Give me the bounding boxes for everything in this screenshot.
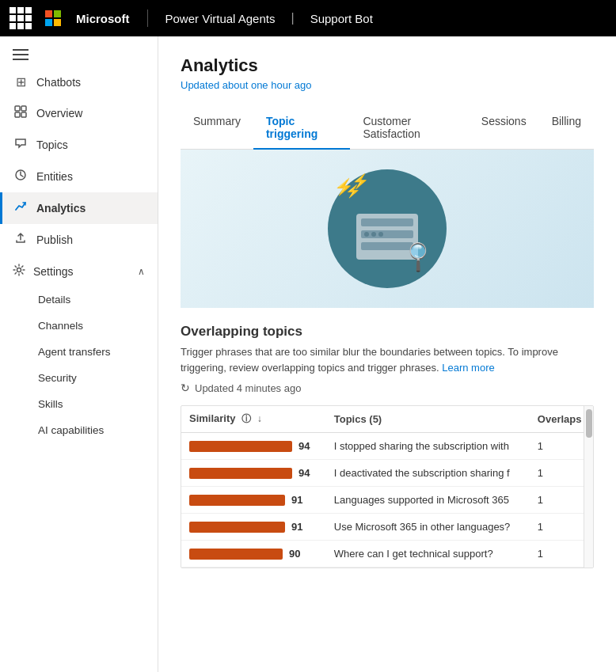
table-row[interactable]: 94 I stopped sharing the subscription wi…: [181, 433, 593, 460]
svg-rect-5: [21, 106, 26, 111]
cell-similarity-3: 91: [181, 514, 326, 541]
similarity-bar-2: [189, 495, 285, 506]
table-row[interactable]: 94 I deactivated the subscription sharin…: [181, 460, 593, 487]
analytics-tabs: Summary Topic triggering Customer Satisf…: [181, 107, 594, 150]
table-row[interactable]: 90 Where can I get technical support? 1: [181, 541, 593, 568]
sidebar-label-publish: Publish: [36, 233, 73, 246]
hero-illustration: ⚡ ⚡ ⚡ 🔍: [181, 150, 594, 308]
sidebar-item-settings[interactable]: Settings ∧: [0, 256, 158, 287]
publish-icon: [13, 232, 29, 248]
tab-summary[interactable]: Summary: [181, 107, 253, 150]
svg-rect-7: [21, 112, 26, 117]
cell-topic-1: I deactivated the subscription sharing f: [326, 460, 530, 487]
waffle-menu[interactable]: [10, 7, 32, 29]
sidebar-item-topics[interactable]: Topics: [0, 129, 158, 161]
settings-icon: [13, 264, 25, 279]
sidebar-label-topics: Topics: [36, 139, 68, 151]
similarity-value-3: 91: [291, 521, 302, 533]
sidebar-label-channels: Channels: [38, 320, 83, 332]
cell-topic-0: I stopped sharing the subscription with: [326, 433, 530, 460]
nav-divider: [147, 9, 148, 27]
sidebar-item-overview[interactable]: Overview: [0, 97, 158, 129]
app-layout: ⊞ Chatbots Overview Topics: [0, 36, 616, 672]
sidebar-label-chatbots: Chatbots: [36, 76, 81, 89]
tab-topic-triggering[interactable]: Topic triggering: [253, 107, 350, 150]
bot-name: Support Bot: [310, 12, 373, 25]
tab-sessions[interactable]: Sessions: [469, 107, 539, 150]
svg-rect-6: [15, 112, 20, 117]
page-subtitle: Updated about one hour ago: [181, 79, 594, 91]
cell-topic-2: Languages supported in Microsoft 365: [326, 487, 530, 514]
sidebar-label-security: Security: [38, 372, 77, 384]
svg-point-9: [17, 268, 21, 272]
sidebar-label-details: Details: [38, 294, 70, 306]
hero-circle: ⚡ ⚡ ⚡ 🔍: [328, 169, 447, 288]
analytics-icon: [13, 200, 29, 216]
top-navigation: Microsoft Power Virtual Agents | Support…: [0, 0, 616, 36]
chatbots-icon: ⊞: [13, 74, 29, 89]
refresh-icon: ↻: [181, 382, 190, 394]
sidebar-item-details[interactable]: Details: [0, 287, 158, 313]
section-description: Trigger phrases that are too similar blu…: [181, 344, 594, 375]
sidebar-item-chatbots[interactable]: ⊞ Chatbots: [0, 66, 158, 97]
col-similarity: Similarity ⓘ ↓: [181, 406, 326, 433]
updated-row: ↻ Updated 4 minutes ago: [181, 382, 594, 394]
updated-text: Updated 4 minutes ago: [195, 382, 301, 394]
tab-billing[interactable]: Billing: [539, 107, 594, 150]
info-icon[interactable]: ⓘ: [241, 413, 251, 424]
cell-topic-3: Use Microsoft 365 in other languages?: [326, 514, 530, 541]
chevron-up-icon: ∧: [138, 266, 145, 277]
table-row[interactable]: 91 Languages supported in Microsoft 365 …: [181, 487, 593, 514]
topics-icon: [13, 137, 29, 153]
sidebar-item-publish[interactable]: Publish: [0, 224, 158, 256]
sort-icon[interactable]: ↓: [257, 413, 262, 424]
overlapping-topics-table: Similarity ⓘ ↓ Topics (5) Overlaps: [181, 406, 593, 568]
learn-more-link[interactable]: Learn more: [442, 362, 494, 374]
sidebar-label-overview: Overview: [36, 107, 82, 120]
sidebar-item-ai-capabilities[interactable]: AI capabilities: [0, 417, 158, 443]
table-row[interactable]: 91 Use Microsoft 365 in other languages?…: [181, 514, 593, 541]
server-illustration: 🔍: [356, 214, 418, 260]
overlapping-topics-section: Overlapping topics Trigger phrases that …: [181, 308, 594, 568]
sidebar-item-channels[interactable]: Channels: [0, 313, 158, 339]
sidebar-label-entities: Entities: [36, 170, 73, 183]
section-title: Overlapping topics: [181, 324, 594, 340]
similarity-bar-0: [189, 441, 292, 452]
similarity-value-1: 94: [298, 467, 310, 479]
lightning-icon-3: ⚡: [345, 184, 361, 199]
scroll-thumb: [586, 409, 592, 438]
similarity-value-0: 94: [298, 440, 310, 452]
sidebar-label-agent-transfers: Agent transfers: [38, 346, 111, 358]
svg-rect-2: [45, 19, 52, 26]
page-title: Analytics: [181, 55, 594, 76]
sidebar-item-entities[interactable]: Entities: [0, 161, 158, 192]
tab-customer-satisfaction[interactable]: Customer Satisfaction: [350, 107, 468, 150]
sidebar-label-ai-capabilities: AI capabilities: [38, 424, 104, 436]
sidebar-item-analytics[interactable]: Analytics: [0, 192, 158, 224]
svg-rect-3: [54, 19, 61, 26]
app-name: Power Virtual Agents: [165, 12, 276, 25]
settings-left: Settings: [13, 264, 74, 279]
cell-topic-4: Where can I get technical support?: [326, 541, 530, 568]
hamburger-button[interactable]: [0, 36, 158, 66]
brand-name: Microsoft: [76, 12, 130, 25]
sidebar-label-skills: Skills: [38, 398, 63, 410]
similarity-bar-4: [189, 549, 283, 560]
entities-icon: [13, 169, 29, 184]
vertical-scrollbar[interactable]: [584, 406, 593, 568]
sidebar-label-settings: Settings: [33, 265, 74, 278]
similarity-value-2: 91: [291, 494, 302, 506]
svg-rect-0: [45, 10, 52, 17]
sidebar-item-agent-transfers[interactable]: Agent transfers: [0, 339, 158, 365]
cell-similarity-2: 91: [181, 487, 326, 514]
cell-similarity-1: 94: [181, 460, 326, 487]
server-row-2: [361, 230, 413, 238]
sidebar-item-skills[interactable]: Skills: [0, 391, 158, 417]
sidebar-item-security[interactable]: Security: [0, 365, 158, 391]
sidebar-label-analytics: Analytics: [36, 202, 86, 215]
cell-similarity-4: 90: [181, 541, 326, 568]
microsoft-logo: [44, 9, 62, 27]
similarity-value-4: 90: [289, 548, 300, 560]
svg-rect-4: [15, 106, 20, 111]
sidebar: ⊞ Chatbots Overview Topics: [0, 36, 158, 672]
